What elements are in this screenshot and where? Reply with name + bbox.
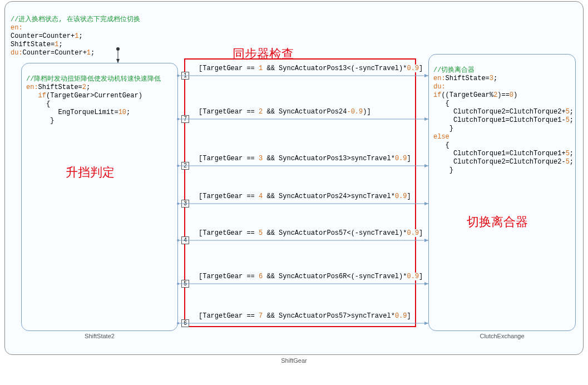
state-shiftstate2[interactable]: //降档时发动扭矩降低使发动机转速快速降低 en:ShiftState=2; i… [21,63,178,331]
code-number: 0 [510,91,513,99]
code-number: 3 [490,75,493,82]
code-keyword: en: [11,24,23,32]
outer-state-code: //进入换档状态, 在该状态下完成档位切换 en: Counter=Counte… [11,7,140,66]
code-text: ) [513,91,517,99]
state-label-shiftstate2: ShiftState2 [21,333,178,339]
region-title-left: 升挡判定 [66,164,115,181]
code-keyword: en: [433,75,446,82]
code-text: ShiftState= [446,75,490,82]
code-text: Counter=Counter+ [23,49,87,57]
transition-order-box: 7 [181,115,189,123]
code-text: ; [78,32,82,40]
code-keyword: du: [433,83,446,91]
transition-order-box: 5 [181,280,189,288]
code-text: ; [86,83,90,91]
code-number: 5 [566,158,570,166]
state-code: //切换离合器 en:ShiftState=3; du: if((TargetG… [433,58,574,183]
transition-condition[interactable]: [TargetGear == 1 && SyncActuatorPos13<(-… [197,65,424,72]
transition-order-box: 1 [181,72,189,80]
code-number: 5 [566,150,570,157]
code-comment: //降档时发动扭矩降低使发动机转速快速降低 [26,75,161,83]
code-number: 2 [82,83,86,91]
code-text: } [26,117,54,125]
transition-condition[interactable]: [TargetGear == 3 && SyncActuatorPos13>sy… [197,155,412,162]
transition-condition[interactable]: [TargetGear == 4 && SyncActuatorPos24>sy… [197,192,412,200]
code-text: ; [493,75,497,82]
code-text: ; [570,150,574,157]
code-text: (TargetGear>CurrentGear) [46,92,142,100]
code-keyword: if [26,92,46,100]
code-text: ; [58,41,62,48]
code-number: 1 [87,49,91,57]
code-number: 5 [566,108,570,116]
code-text: EngTorqueLimit= [26,108,118,116]
code-text: ((TargetGear% [441,91,493,99]
code-text: ; [570,108,574,116]
code-text: ClutchTorque2=ClutchTorque2+ [433,108,566,116]
transition-condition[interactable]: [TargetGear == 5 && SyncActuatorPos57<(-… [197,229,424,237]
code-text: ShiftState= [38,83,82,91]
transition-order-box: 2 [181,162,189,170]
code-text: Counter=Counter+ [11,32,75,40]
transition-condition[interactable]: [TargetGear == 6 && SyncActuatorPos6R<(-… [197,273,424,280]
code-text: } [433,125,453,132]
code-keyword: en: [26,83,38,91]
state-clutchexchange[interactable]: //切换离合器 en:ShiftState=3; du: if((TargetG… [428,54,576,331]
code-text: ; [570,158,574,166]
region-title-right: 切换离合器 [467,214,528,230]
code-text: { [433,141,449,149]
code-number: 5 [566,116,570,124]
outer-state-label: ShiftGear [0,357,588,364]
region-title-middle: 同步器检查 [233,46,294,62]
transition-condition[interactable]: [TargetGear == 2 && SyncActuatorPos24-0.… [197,108,372,116]
transition-order-box: 4 [181,236,189,244]
code-text: ; [570,116,574,124]
code-number: 10 [118,108,126,116]
state-label-clutchexchange: ClutchExchange [428,333,576,339]
code-keyword: if [433,91,441,99]
code-text: ; [126,108,130,116]
code-text: ShiftState= [11,41,55,48]
transition-order-box: 6 [181,319,189,327]
code-keyword: du: [11,49,23,57]
code-comment: //切换离合器 [433,66,475,74]
code-text: } [433,166,453,174]
code-text: { [433,100,449,107]
code-text: ClutchTorque2=ClutchTorque2- [433,158,566,166]
transition-condition[interactable]: [TargetGear == 7 && SyncActuatorPos57>sy… [197,312,412,320]
code-text: )== [497,91,510,99]
code-text: ClutchTorque1=ClutchTorque1+ [433,150,566,157]
code-comment: //进入换档状态, 在该状态下完成档位切换 [11,16,140,23]
state-code: //降档时发动扭矩降低使发动机转速快速降低 en:ShiftState=2; i… [26,67,161,134]
code-keyword: else [433,133,449,141]
code-text: { [26,100,50,108]
code-text: ; [91,49,95,57]
transition-order-box: 3 [181,200,189,208]
code-text: ClutchTorque1=ClutchTorque1- [433,116,566,124]
